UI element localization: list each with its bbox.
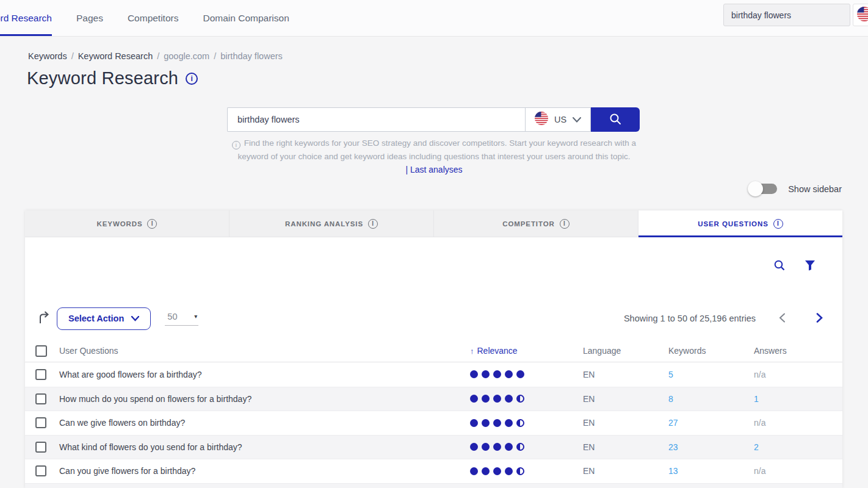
column-header-language[interactable]: Language	[583, 346, 668, 356]
nav-item-label: Pages	[76, 13, 103, 24]
table-header-row: User Questions ↑Relevance Language Keywo…	[25, 340, 842, 362]
tab-competitor[interactable]: Competitor i	[434, 210, 638, 237]
breadcrumb-current-keyword: birthday flowers	[220, 51, 283, 61]
nav-item-domain-comparison[interactable]: Domain Comparison	[203, 0, 289, 36]
table-row: What are good flowers for a birthday? EN…	[25, 362, 842, 387]
column-header-answers[interactable]: Answers	[754, 346, 842, 356]
user-question-text: What are good flowers for a birthday?	[59, 370, 470, 379]
chevron-down-icon	[573, 114, 581, 125]
breadcrumb-separator: /	[214, 51, 216, 61]
show-sidebar-toggle[interactable]	[749, 184, 777, 194]
breadcrumb-keywords[interactable]: Keywords	[28, 51, 67, 61]
relevance-dots	[470, 419, 583, 427]
export-button[interactable]	[38, 310, 51, 327]
language-value: EN	[583, 418, 668, 428]
chevron-down-icon	[131, 314, 139, 323]
page-title-info-icon[interactable]: i	[186, 73, 198, 85]
tab-keywords[interactable]: Keywords i	[25, 210, 230, 237]
triangle-down-icon: ▾	[194, 313, 197, 320]
pagination-next-button[interactable]	[816, 313, 823, 325]
search-icon	[609, 112, 622, 127]
column-header-keywords[interactable]: Keywords	[668, 346, 754, 356]
row-checkbox[interactable]	[35, 442, 46, 453]
country-select[interactable]: US	[525, 107, 591, 132]
chevron-left-icon	[779, 313, 786, 325]
breadcrumb-google-com[interactable]: google.com	[164, 51, 209, 61]
column-header-user-questions[interactable]: User Questions	[59, 346, 470, 356]
table-body: What are good flowers for a birthday? EN…	[25, 362, 842, 488]
tab-label: Competitor	[502, 220, 554, 228]
nav-item-keyword-research[interactable]: Keyword Research	[0, 0, 52, 36]
nav-item-competitors[interactable]: Competitors	[128, 0, 179, 36]
table-tools	[773, 259, 816, 273]
topbar-search-input[interactable]	[723, 4, 850, 26]
keywords-count-link[interactable]: 27	[668, 418, 754, 428]
language-value: EN	[583, 442, 668, 452]
results-panel: Keywords i Ranking Analysis i Competitor…	[25, 210, 842, 488]
page-title: Keyword Research	[27, 68, 178, 88]
user-questions-table: User Questions ↑Relevance Language Keywo…	[25, 340, 842, 488]
table-filter-button[interactable]	[805, 260, 816, 273]
country-code-label: US	[554, 115, 566, 124]
active-tab-underline	[0, 34, 52, 36]
nav-item-pages[interactable]: Pages	[76, 0, 103, 36]
keyword-search-group: US	[227, 107, 640, 132]
keywords-count-link[interactable]: 8	[668, 394, 754, 404]
answers-value: n/a	[754, 418, 842, 428]
answers-value: n/a	[754, 466, 842, 476]
sort-ascending-icon: ↑	[470, 346, 474, 356]
info-icon[interactable]: i	[368, 219, 378, 229]
breadcrumb-separator: /	[71, 51, 74, 61]
info-icon[interactable]: i	[773, 219, 783, 229]
answers-count-link[interactable]: 1	[754, 394, 842, 404]
pagination-status: Showing 1 to 50 of 25,196 entries	[624, 314, 756, 323]
export-arrow-icon	[38, 310, 51, 327]
tab-ranking-analysis[interactable]: Ranking Analysis i	[230, 210, 434, 237]
breadcrumb: Keywords / Keyword Research / google.com…	[28, 51, 283, 61]
table-search-button[interactable]	[773, 259, 786, 273]
row-checkbox[interactable]	[35, 369, 46, 380]
page-size-value: 50	[167, 312, 177, 321]
topbar-country-flag-button[interactable]	[853, 4, 868, 26]
filter-funnel-icon	[805, 260, 816, 273]
select-action-button[interactable]: Select Action	[57, 307, 151, 330]
relevance-dots	[470, 443, 583, 451]
select-action-label: Select Action	[68, 314, 124, 323]
nav-item-label: Domain Comparison	[203, 13, 289, 24]
user-question-text: Can you give flowers for a birthday?	[59, 466, 470, 476]
user-question-text: How much do you spend on flowers for a b…	[59, 394, 470, 404]
nav-item-label: Competitors	[128, 13, 179, 24]
tab-user-questions[interactable]: User Questions i	[638, 210, 842, 237]
info-icon: i	[232, 141, 241, 149]
keywords-count-link[interactable]: 13	[668, 466, 754, 476]
show-sidebar-label: Show sidebar	[788, 184, 842, 194]
search-description: iFind the right keywords for your SEO st…	[220, 137, 648, 163]
page-size-select[interactable]: 50 ▾	[165, 312, 198, 326]
row-checkbox[interactable]	[35, 465, 46, 476]
relevance-dots	[470, 370, 583, 378]
relevance-dots	[470, 395, 583, 403]
tab-label: User Questions	[698, 220, 768, 228]
keywords-count-link[interactable]: 5	[668, 370, 754, 379]
language-value: EN	[583, 370, 668, 379]
keyword-search-button[interactable]	[591, 107, 640, 132]
last-analyses-link[interactable]: | Last analyses	[0, 165, 868, 174]
top-nav-bar: Keyword Research Pages Competitors Domai…	[0, 0, 868, 37]
us-flag-icon	[535, 112, 548, 127]
column-header-relevance[interactable]: ↑Relevance	[470, 346, 583, 356]
keyword-search-input[interactable]	[227, 107, 525, 132]
breadcrumb-keyword-research[interactable]: Keyword Research	[78, 51, 153, 61]
table-toolbar: Select Action 50 ▾ Showing 1 to 50 of 25…	[38, 307, 823, 330]
info-icon[interactable]: i	[560, 219, 570, 229]
keywords-count-link[interactable]: 23	[668, 442, 754, 452]
info-icon[interactable]: i	[147, 219, 157, 229]
select-all-checkbox[interactable]	[35, 345, 47, 357]
answers-count-link[interactable]: 2	[754, 442, 842, 452]
pagination-prev-button[interactable]	[779, 313, 786, 325]
relevance-dots	[470, 467, 583, 475]
search-description-text: Find the right keywords for your SEO str…	[237, 138, 636, 161]
table-row-partial	[25, 483, 842, 488]
chevron-right-icon	[816, 313, 823, 325]
row-checkbox[interactable]	[35, 393, 46, 404]
row-checkbox[interactable]	[35, 417, 46, 428]
